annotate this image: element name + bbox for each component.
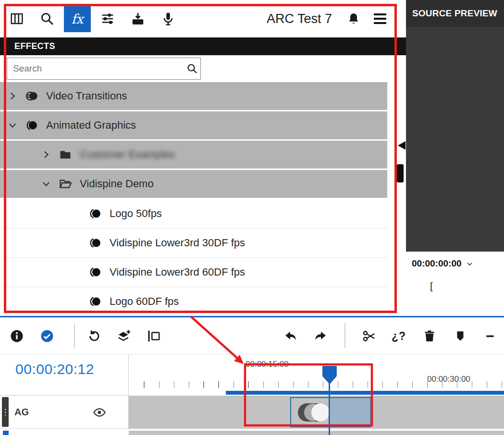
search-icon bbox=[40, 12, 54, 26]
scissors-icon bbox=[362, 329, 376, 343]
playhead-line[interactable] bbox=[329, 383, 330, 435]
chevron-right-icon bbox=[8, 91, 25, 101]
add-marker-button[interactable] bbox=[450, 326, 471, 347]
toolbar-divider bbox=[344, 323, 345, 348]
current-timecode: 00:00:20:12 bbox=[0, 354, 94, 377]
next-track-lane-partial bbox=[129, 431, 504, 435]
panels-button[interactable] bbox=[3, 5, 30, 32]
info-button[interactable] bbox=[6, 326, 27, 347]
rotate-ccw-icon bbox=[87, 329, 101, 343]
ruler-label: 00:00:15:00 bbox=[246, 360, 289, 369]
source-preview-timecode: 00:00:00:00 bbox=[412, 258, 462, 269]
chevron-down-icon bbox=[466, 260, 473, 267]
tree-item-logo-50fps[interactable]: Logo 50fps bbox=[0, 199, 387, 229]
tree-item-animated-graphics[interactable]: Animated Graphics bbox=[0, 111, 387, 139]
hamburger-icon bbox=[374, 13, 386, 24]
add-layer-button[interactable] bbox=[113, 326, 135, 347]
clip-selected-region bbox=[331, 398, 371, 426]
insert-clip-icon bbox=[147, 329, 161, 343]
search-tool-button[interactable] bbox=[34, 5, 61, 32]
tree-item-label: Vidispine Lower3rd 60DF fps bbox=[110, 266, 245, 278]
eye-icon bbox=[93, 406, 106, 419]
check-circle-icon bbox=[40, 329, 54, 343]
replace-query-button[interactable]: ¿? bbox=[388, 326, 409, 347]
panel-splitter-handle[interactable] bbox=[397, 164, 404, 182]
track-drag-handle[interactable]: ⋮ bbox=[2, 397, 9, 427]
effect-icon bbox=[88, 295, 107, 308]
effects-panel-header: EFFECTS bbox=[0, 37, 406, 55]
source-preview-title: SOURCE PREVIEW bbox=[406, 0, 504, 27]
chevron-down-icon bbox=[8, 121, 25, 130]
tree-item-label: Customer Examples bbox=[80, 148, 175, 161]
info-icon bbox=[10, 329, 24, 343]
timeline-section: ¿? − 00:00:20:12 00:00:15:00 00:00:30:00… bbox=[0, 316, 504, 435]
effects-search-row bbox=[0, 55, 406, 82]
collapse-left-icon bbox=[398, 141, 406, 150]
source-preview-timecode-row[interactable]: 00:00:00:00 bbox=[406, 252, 504, 269]
cut-button[interactable] bbox=[358, 326, 380, 347]
video-transitions-icon bbox=[25, 89, 43, 103]
effects-tree: Video Transitions Animated Graphics Cu bbox=[0, 82, 387, 316]
voice-over-button[interactable] bbox=[155, 5, 182, 32]
panel-collapse-button[interactable] bbox=[398, 141, 406, 151]
export-media-button[interactable] bbox=[124, 5, 151, 32]
redo-icon bbox=[314, 329, 328, 343]
approve-button[interactable] bbox=[37, 326, 58, 347]
folder-open-icon bbox=[59, 177, 77, 191]
tree-item-label: Vidispine Demo bbox=[80, 178, 154, 190]
track-header-ag: ⋮ AG bbox=[0, 396, 129, 429]
tree-item-label: Video Transitions bbox=[46, 90, 127, 102]
folder-icon bbox=[59, 148, 77, 161]
top-toolbar: fx ARC Test 7 bbox=[0, 0, 406, 37]
tree-item-vidispine-demo[interactable]: Vidispine Demo bbox=[0, 170, 387, 198]
toolbar-divider bbox=[74, 323, 75, 348]
clip-toggle-graphic bbox=[298, 403, 330, 422]
tree-item-label: Logo 60DF fps bbox=[110, 295, 179, 308]
tree-item-video-transitions[interactable]: Video Transitions bbox=[0, 82, 387, 110]
tree-item-logo-60df[interactable]: Logo 60DF fps bbox=[0, 287, 387, 316]
export-media-icon bbox=[131, 12, 145, 26]
tree-item-customer-examples[interactable]: Customer Examples bbox=[0, 141, 387, 169]
ruler-ticks bbox=[130, 381, 504, 388]
tree-item-lower3rd-60df[interactable]: Vidispine Lower3rd 60DF fps bbox=[0, 258, 387, 287]
undo-button[interactable] bbox=[280, 326, 301, 347]
effects-search-input[interactable] bbox=[7, 63, 184, 74]
timeline-ruler[interactable]: 00:00:15:00 00:00:30:00 bbox=[129, 354, 504, 396]
track-name: AG bbox=[14, 396, 29, 429]
grip-dots-icon: ⋮ bbox=[1, 408, 10, 416]
timeline-toolbar: ¿? − bbox=[0, 317, 504, 354]
zoom-out-button[interactable]: − bbox=[479, 326, 501, 347]
animated-graphics-icon bbox=[25, 119, 43, 132]
timeline-clip[interactable] bbox=[290, 397, 371, 427]
question-icon: ¿? bbox=[392, 330, 406, 343]
layers-plus-icon bbox=[117, 329, 131, 343]
notifications-button[interactable] bbox=[342, 5, 365, 32]
tree-item-label: Logo 50fps bbox=[110, 207, 162, 220]
menu-button[interactable] bbox=[369, 5, 392, 32]
effects-tool-button[interactable]: fx bbox=[64, 5, 91, 32]
match-frame-button[interactable] bbox=[143, 326, 164, 347]
track-visibility-toggle[interactable] bbox=[90, 403, 109, 422]
settings-sliders-button[interactable] bbox=[94, 5, 121, 32]
mark-in-bracket: [ bbox=[406, 280, 504, 292]
fx-icon: fx bbox=[71, 12, 83, 26]
chevron-down-icon bbox=[41, 179, 59, 189]
effect-icon bbox=[88, 207, 107, 220]
trash-icon bbox=[423, 329, 436, 343]
delete-button[interactable] bbox=[419, 326, 440, 347]
tree-item-lower3rd-30df[interactable]: Vidispine Lower3rd 30DF fps bbox=[0, 229, 387, 258]
app-root: fx ARC Test 7 EFFECTS bbox=[0, 0, 504, 435]
panels-icon bbox=[10, 12, 24, 26]
app-title: ARC Test 7 bbox=[267, 12, 332, 26]
tree-item-label: Animated Graphics bbox=[46, 119, 136, 132]
redo-button[interactable] bbox=[310, 326, 332, 347]
effect-icon bbox=[88, 236, 107, 250]
next-track-handle-partial bbox=[3, 431, 9, 435]
bell-icon bbox=[347, 12, 360, 25]
timeline-timecode-cell: 00:00:20:12 bbox=[0, 354, 129, 396]
tree-item-label: Vidispine Lower3rd 30DF fps bbox=[110, 237, 245, 249]
source-preview-panel: SOURCE PREVIEW 00:00:00:00 [ bbox=[406, 0, 504, 316]
reset-button[interactable] bbox=[84, 326, 105, 347]
timeline-range-bar[interactable] bbox=[226, 391, 504, 395]
search-icon[interactable] bbox=[184, 63, 200, 74]
